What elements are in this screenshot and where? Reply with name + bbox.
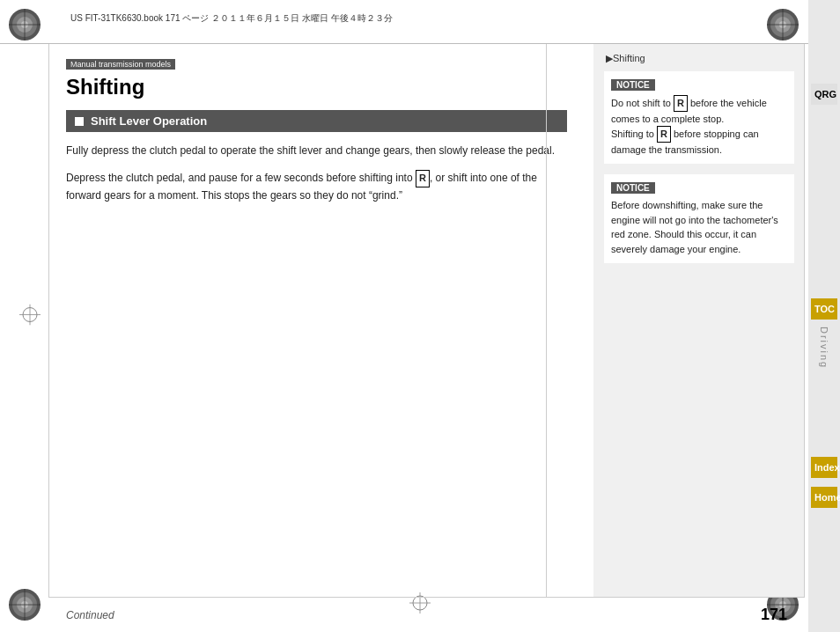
- corner-decoration-bl: [7, 587, 42, 625]
- notice-label-1: NOTICE: [611, 79, 655, 91]
- page-number: 171: [761, 606, 787, 624]
- notice-text-2: Before downshifting, make sure the engin…: [611, 198, 787, 256]
- section-header: Shift Lever Operation: [66, 110, 567, 132]
- left-cross-mark: [19, 305, 41, 328]
- panel-section-title: ▶Shifting: [604, 53, 794, 64]
- notice-box-2: NOTICE Before downshifting, make sure th…: [604, 174, 794, 263]
- main-content: Manual transmission models Shifting Shif…: [48, 44, 585, 597]
- notice-box-1: NOTICE Do not shift to R before the vehi…: [604, 71, 794, 164]
- right-content-border: [804, 44, 805, 597]
- qrg-tab[interactable]: QRG: [811, 84, 837, 105]
- file-info: US FIT-31TK6630.book 171 ページ ２０１１年６月１５日 …: [70, 12, 393, 25]
- index-tab[interactable]: Index: [811, 457, 837, 478]
- corner-decoration-tr: [765, 7, 800, 45]
- body-paragraph-1: Fully depress the clutch pedal to operat…: [66, 143, 567, 159]
- right-panel: ▶Shifting NOTICE Do not shift to R befor…: [593, 44, 805, 597]
- left-border: [48, 44, 49, 597]
- content-divider: [546, 44, 547, 597]
- home-tab[interactable]: Home: [811, 487, 837, 508]
- corner-decoration-tl: [7, 7, 42, 45]
- section-bullet: [75, 117, 84, 126]
- toc-tab[interactable]: TOC: [811, 298, 837, 320]
- driving-label: Driving: [819, 327, 829, 369]
- notice-text-1: Do not shift to R before the vehicle com…: [611, 95, 787, 157]
- section-header-label: Shift Lever Operation: [91, 114, 207, 128]
- page-title: Shifting: [66, 75, 567, 99]
- manual-tag: Manual transmission models: [66, 59, 175, 70]
- body-paragraph-2: Depress the clutch pedal, and pause for …: [66, 170, 567, 204]
- bottom-bar: Continued 171: [48, 597, 805, 632]
- notice-label-2: NOTICE: [611, 182, 655, 194]
- key-r-3: R: [657, 126, 671, 143]
- right-sidebar: QRG TOC Driving Index Home: [808, 0, 840, 632]
- key-r-1: R: [416, 170, 430, 187]
- continued-text: Continued: [66, 609, 114, 621]
- key-r-2: R: [674, 95, 688, 112]
